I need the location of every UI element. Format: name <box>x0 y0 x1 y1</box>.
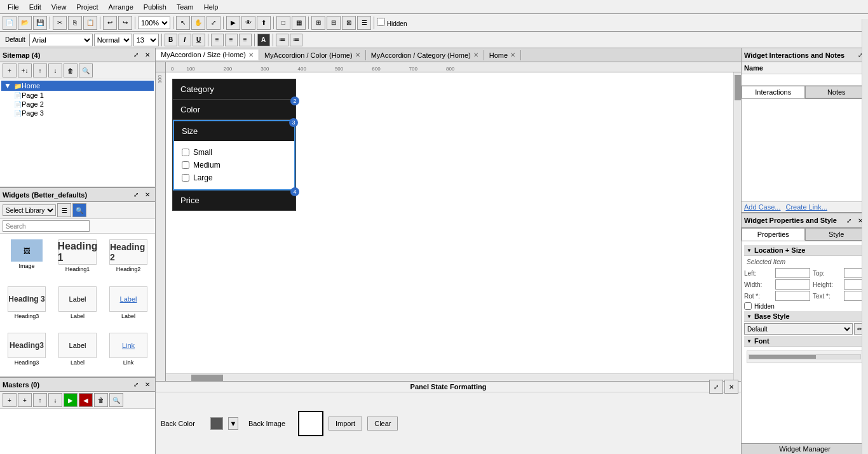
accordion-header-size[interactable]: Size 3 <box>174 121 294 141</box>
tab-color-home[interactable]: MyAccordion / Color (Home) ✕ <box>259 50 366 60</box>
align-btn4[interactable]: ☰ <box>357 16 371 30</box>
back-color-dropdown[interactable]: ▼ <box>228 417 238 430</box>
format-btn1[interactable]: □ <box>276 16 290 30</box>
widget-manager-label[interactable]: Widget Manager <box>742 443 868 454</box>
menu-arrange[interactable]: Arrange <box>104 2 139 12</box>
left-input[interactable] <box>775 268 810 278</box>
underline-btn[interactable]: U <box>193 34 205 46</box>
tab-category-close-icon[interactable]: ✕ <box>473 51 478 58</box>
menu-publish[interactable]: Publish <box>139 2 172 12</box>
prop-tab-properties[interactable]: Properties <box>742 228 805 241</box>
tab-interactions[interactable]: Interactions <box>742 86 805 98</box>
italic-btn[interactable]: I <box>179 34 191 46</box>
accordion-header-price[interactable]: Price 4 <box>173 190 295 210</box>
menu-help[interactable]: Help <box>199 2 224 12</box>
masters-green-btn[interactable]: ▶ <box>64 393 78 407</box>
properties-expand-icon[interactable]: ⤢ <box>844 215 854 225</box>
back-color-swatch[interactable] <box>210 417 223 430</box>
align-btn2[interactable]: ⊟ <box>327 16 341 30</box>
canvas-wrapper[interactable]: 0 100 200 300 400 500 600 700 800 100 20… <box>156 62 741 381</box>
size-option-small[interactable]: Small <box>182 146 287 159</box>
zoom-select[interactable]: 100% 75% 150% <box>138 17 170 29</box>
list-btn2[interactable]: ≔ <box>290 34 302 46</box>
widget-link[interactable]: Link Link <box>104 330 153 374</box>
canvas-scrollbar-v[interactable] <box>733 72 741 381</box>
sitemap-close-icon[interactable]: ✕ <box>142 50 153 60</box>
hand-btn[interactable]: ✋ <box>191 16 205 30</box>
size-medium-checkbox[interactable] <box>182 161 189 169</box>
masters-search-btn[interactable]: 🔍 <box>109 393 123 407</box>
masters-up-btn[interactable]: ↑ <box>33 393 47 407</box>
scrollbar-thumb-h[interactable] <box>191 375 223 381</box>
widget-heading3[interactable]: Heading 3 Heading3 <box>3 283 51 328</box>
widget-image[interactable]: 🖼 Image <box>3 236 51 281</box>
style-select[interactable]: Normal <box>94 34 132 46</box>
widget-label[interactable]: Label Label <box>53 283 102 328</box>
align-left-btn[interactable]: ≡ <box>211 34 224 46</box>
masters-close-icon[interactable]: ✕ <box>142 380 153 390</box>
sitemap-item-page3[interactable]: Page 3 <box>1 109 154 117</box>
tab-home-close-icon[interactable]: ✕ <box>510 51 515 58</box>
font-scroll-track[interactable] <box>749 354 861 359</box>
list-btn1[interactable]: ≔ <box>276 34 288 46</box>
size-large-checkbox[interactable] <box>182 174 189 182</box>
sitemap-item-home[interactable]: ▼ Home <box>1 81 154 91</box>
widgets-search-toggle[interactable]: 🔍 <box>72 203 86 217</box>
base-style-select[interactable]: Default <box>744 323 853 335</box>
masters-delete-btn[interactable]: 🗑 <box>94 393 108 407</box>
library-select[interactable]: Select Library <box>3 204 56 216</box>
menu-team[interactable]: Team <box>172 2 199 12</box>
size-small-checkbox[interactable] <box>182 149 189 156</box>
align-btn1[interactable]: ⊞ <box>311 16 325 30</box>
hidden-prop-checkbox[interactable] <box>744 302 752 310</box>
widgets-expand-icon[interactable]: ⤢ <box>131 190 141 200</box>
paste-btn[interactable]: 📋 <box>83 16 97 30</box>
undo-btn[interactable]: ↩ <box>103 16 117 30</box>
clear-btn[interactable]: Clear <box>367 417 398 431</box>
tab-notes[interactable]: Notes <box>805 86 869 98</box>
sitemap-delete-btn[interactable]: 🗑 <box>64 63 78 77</box>
bold-btn[interactable]: B <box>165 34 177 46</box>
accordion-header-color[interactable]: Color 2 <box>173 100 295 120</box>
widgets-close-icon[interactable]: ✕ <box>142 190 153 200</box>
widget-heading3-2[interactable]: Heading3 Heading3 <box>3 330 51 374</box>
widget-heading1[interactable]: Heading 1 Heading1 <box>53 236 102 281</box>
masters-down-btn[interactable]: ↓ <box>48 393 62 407</box>
accordion-widget[interactable]: Category Color 2 Size 3 <box>172 79 296 211</box>
sitemap-item-page2[interactable]: Page 2 <box>1 100 154 109</box>
tab-size-close-icon[interactable]: ✕ <box>248 51 254 58</box>
tab-category-home[interactable]: MyAccordion / Category (Home) ✕ <box>366 50 484 60</box>
align-right-btn[interactable]: ≡ <box>239 34 252 46</box>
size-option-large[interactable]: Large <box>182 171 287 184</box>
save-btn[interactable]: 💾 <box>33 16 47 30</box>
canvas-scrollbar-h[interactable] <box>166 373 733 381</box>
hidden-checkbox[interactable] <box>377 18 385 26</box>
sitemap-search-btn[interactable]: 🔍 <box>79 63 93 77</box>
sitemap-up-btn[interactable]: ↑ <box>33 63 47 77</box>
widget-label-blue[interactable]: Label Label <box>104 283 153 328</box>
publish-icon-btn[interactable]: ⬆ <box>257 16 271 30</box>
align-btn3[interactable]: ⊠ <box>342 16 356 30</box>
add-case-link[interactable]: Add Case... <box>744 203 780 211</box>
rot-input[interactable] <box>775 291 810 301</box>
bottom-close-btn[interactable]: ✕ <box>724 380 738 394</box>
play-btn[interactable]: ▶ <box>226 16 240 30</box>
widget-heading2[interactable]: Heading 2 Heading2 <box>104 236 153 281</box>
sitemap-add-btn[interactable]: + <box>3 63 17 77</box>
widget-label2[interactable]: Label Label <box>53 330 102 374</box>
tab-home[interactable]: Home ✕ <box>484 50 521 60</box>
masters-red-btn[interactable]: ◀ <box>79 393 93 407</box>
color-btn[interactable]: A <box>257 34 270 46</box>
menu-edit[interactable]: Edit <box>24 2 46 12</box>
scrollbar-thumb-v[interactable] <box>735 75 741 100</box>
import-btn[interactable]: Import <box>329 417 362 431</box>
pointer-btn[interactable]: ↖ <box>176 16 190 30</box>
size-option-medium[interactable]: Medium <box>182 159 287 171</box>
format-btn2[interactable]: ▦ <box>292 16 306 30</box>
masters-add2-btn[interactable]: + <box>18 393 32 407</box>
copy-btn[interactable]: ⎘ <box>68 16 82 30</box>
sitemap-down-btn[interactable]: ↓ <box>48 63 62 77</box>
connector-btn[interactable]: ⤢ <box>207 16 220 30</box>
align-center-btn[interactable]: ≡ <box>225 34 238 46</box>
size-select[interactable]: 13 <box>133 34 159 46</box>
